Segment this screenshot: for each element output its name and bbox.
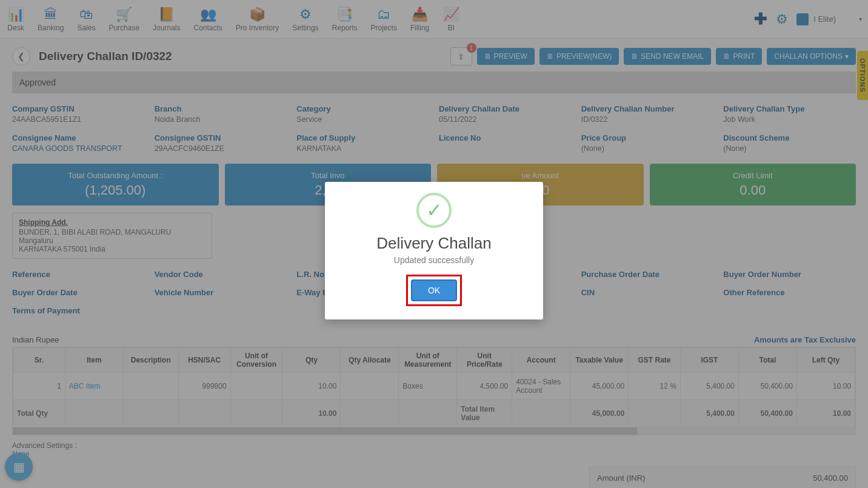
- modal-overlay: ✓ Delivery Challan Updated successfully …: [0, 0, 868, 488]
- ok-highlight-box: OK: [406, 275, 462, 306]
- modal-subtitle: Updated successfully: [338, 255, 530, 265]
- check-circle-icon: ✓: [416, 193, 452, 228]
- modal-title: Delivery Challan: [338, 234, 530, 253]
- ok-button[interactable]: OK: [411, 279, 457, 301]
- success-modal: ✓ Delivery Challan Updated successfully …: [325, 182, 543, 319]
